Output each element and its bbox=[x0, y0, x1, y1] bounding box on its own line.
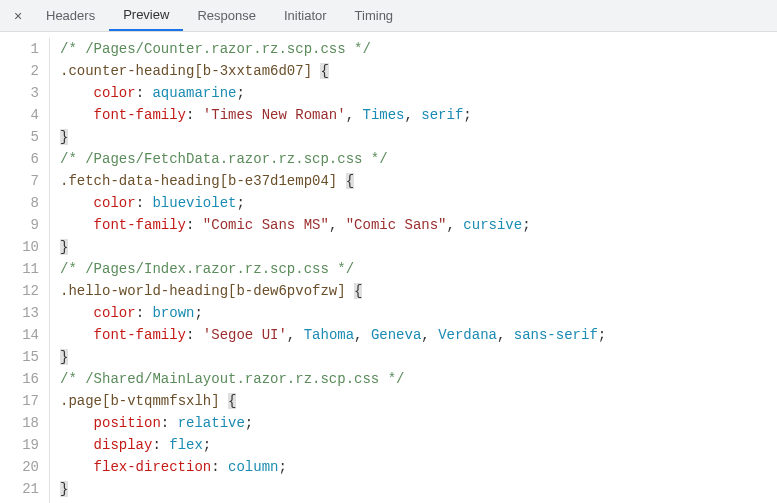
line-number: 15 bbox=[0, 346, 39, 368]
token-punc: ; bbox=[203, 437, 211, 453]
line-number: 17 bbox=[0, 390, 39, 412]
token-brace: } bbox=[60, 239, 68, 255]
tabs-container: HeadersPreviewResponseInitiatorTiming bbox=[32, 0, 407, 31]
line-number: 21 bbox=[0, 478, 39, 500]
token-attrsel: [b-3xxtam6d07] bbox=[194, 63, 312, 79]
token-string: "Comic Sans MS" bbox=[203, 217, 329, 233]
indent bbox=[60, 327, 94, 343]
token-brace: { bbox=[354, 283, 362, 299]
code-line: /* /Shared/MainLayout.razor.rz.scp.css *… bbox=[60, 368, 606, 390]
token-punc: , bbox=[354, 327, 371, 343]
line-number: 16 bbox=[0, 368, 39, 390]
code-line: } bbox=[60, 346, 606, 368]
token-plain bbox=[346, 283, 354, 299]
token-prop: font-family bbox=[94, 217, 186, 233]
close-icon[interactable]: × bbox=[4, 0, 32, 31]
token-punc: , bbox=[447, 217, 464, 233]
code-line: display: flex; bbox=[60, 434, 606, 456]
indent bbox=[60, 415, 94, 431]
token-punc: ; bbox=[278, 459, 286, 475]
line-number: 11 bbox=[0, 258, 39, 280]
token-prop: color bbox=[94, 85, 136, 101]
indent bbox=[60, 195, 94, 211]
token-value: brown bbox=[152, 305, 194, 321]
line-number: 12 bbox=[0, 280, 39, 302]
token-plain bbox=[220, 393, 228, 409]
token-attrsel: [b-vtqmmfsxlh] bbox=[102, 393, 220, 409]
token-punc: ; bbox=[236, 195, 244, 211]
token-selector: .page bbox=[60, 393, 102, 409]
token-punc: , bbox=[421, 327, 438, 343]
token-value: blueviolet bbox=[152, 195, 236, 211]
token-value: sans-serif bbox=[514, 327, 598, 343]
code-line: font-family: "Comic Sans MS", "Comic San… bbox=[60, 214, 606, 236]
code-line: /* /Pages/Index.razor.rz.scp.css */ bbox=[60, 258, 606, 280]
code-lines: /* /Pages/Counter.razor.rz.scp.css */.co… bbox=[50, 38, 606, 503]
code-line: .hello-world-heading[b-dew6pvofzw] { bbox=[60, 280, 606, 302]
token-prop: font-family bbox=[94, 107, 186, 123]
preview-code-area: 12345678910111213141516171819202122 /* /… bbox=[0, 32, 777, 503]
token-colon: : bbox=[186, 327, 203, 343]
code-line: } bbox=[60, 236, 606, 258]
token-plain bbox=[337, 173, 345, 189]
token-selector: .counter-heading bbox=[60, 63, 194, 79]
code-line: color: aquamarine; bbox=[60, 82, 606, 104]
token-brace: { bbox=[346, 173, 354, 189]
token-prop: display bbox=[94, 437, 153, 453]
indent bbox=[60, 217, 94, 233]
token-value: column bbox=[228, 459, 278, 475]
indent bbox=[60, 107, 94, 123]
token-value: Tahoma bbox=[304, 327, 354, 343]
token-punc: ; bbox=[522, 217, 530, 233]
line-number: 19 bbox=[0, 434, 39, 456]
line-number: 10 bbox=[0, 236, 39, 258]
token-attrsel: [b-dew6pvofzw] bbox=[228, 283, 346, 299]
token-brace: } bbox=[60, 129, 68, 145]
token-colon: : bbox=[161, 415, 178, 431]
tab-response[interactable]: Response bbox=[183, 0, 270, 31]
token-colon: : bbox=[152, 437, 169, 453]
token-brace: } bbox=[60, 481, 68, 497]
token-colon: : bbox=[136, 85, 153, 101]
token-prop: color bbox=[94, 195, 136, 211]
token-punc: , bbox=[497, 327, 514, 343]
code-line: .fetch-data-heading[b-e37d1emp04] { bbox=[60, 170, 606, 192]
token-brace: { bbox=[228, 393, 236, 409]
code-line: font-family: 'Segoe UI', Tahoma, Geneva,… bbox=[60, 324, 606, 346]
tab-timing[interactable]: Timing bbox=[341, 0, 408, 31]
token-value: Times bbox=[362, 107, 404, 123]
line-number-gutter: 12345678910111213141516171819202122 bbox=[0, 38, 50, 503]
indent bbox=[60, 437, 94, 453]
token-value: relative bbox=[178, 415, 245, 431]
line-number: 18 bbox=[0, 412, 39, 434]
code-line: .page[b-vtqmmfsxlh] { bbox=[60, 390, 606, 412]
token-comment: /* /Pages/Index.razor.rz.scp.css */ bbox=[60, 261, 354, 277]
token-value: Geneva bbox=[371, 327, 421, 343]
code-line: color: brown; bbox=[60, 302, 606, 324]
token-selector: .fetch-data-heading bbox=[60, 173, 220, 189]
token-value: serif bbox=[421, 107, 463, 123]
line-number: 7 bbox=[0, 170, 39, 192]
token-punc: ; bbox=[245, 415, 253, 431]
code-line: .counter-heading[b-3xxtam6d07] { bbox=[60, 60, 606, 82]
token-prop: color bbox=[94, 305, 136, 321]
token-prop: position bbox=[94, 415, 161, 431]
code-line: } bbox=[60, 126, 606, 148]
token-value: Verdana bbox=[438, 327, 497, 343]
token-colon: : bbox=[136, 195, 153, 211]
token-punc: , bbox=[405, 107, 422, 123]
token-value: cursive bbox=[463, 217, 522, 233]
tab-initiator[interactable]: Initiator bbox=[270, 0, 341, 31]
token-colon: : bbox=[211, 459, 228, 475]
code-line: flex-direction: column; bbox=[60, 456, 606, 478]
token-prop: font-family bbox=[94, 327, 186, 343]
tab-headers[interactable]: Headers bbox=[32, 0, 109, 31]
token-punc: ; bbox=[236, 85, 244, 101]
line-number: 9 bbox=[0, 214, 39, 236]
line-number: 20 bbox=[0, 456, 39, 478]
token-value: flex bbox=[169, 437, 203, 453]
tab-preview[interactable]: Preview bbox=[109, 0, 183, 31]
line-number: 4 bbox=[0, 104, 39, 126]
token-punc: ; bbox=[598, 327, 606, 343]
code-line: position: relative; bbox=[60, 412, 606, 434]
